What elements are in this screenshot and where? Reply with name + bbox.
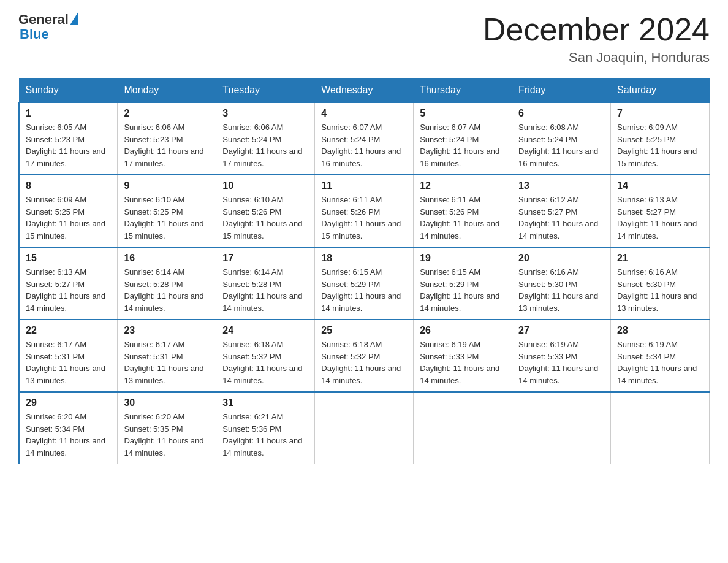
day-number: 13 [518,180,604,191]
calendar-cell: 24 Sunrise: 6:18 AM Sunset: 5:32 PM Dayl… [216,320,315,392]
calendar-cell [414,392,512,464]
calendar-body: 1 Sunrise: 6:05 AM Sunset: 5:23 PM Dayli… [19,102,710,464]
day-info: Sunrise: 6:09 AM Sunset: 5:25 PM Dayligh… [617,121,703,169]
calendar-cell: 15 Sunrise: 6:13 AM Sunset: 5:27 PM Dayl… [19,247,118,320]
calendar-cell: 3 Sunrise: 6:06 AM Sunset: 5:24 PM Dayli… [216,102,315,175]
day-info: Sunrise: 6:09 AM Sunset: 5:25 PM Dayligh… [26,194,111,242]
col-tuesday: Tuesday [216,79,315,103]
day-info: Sunrise: 6:15 AM Sunset: 5:29 PM Dayligh… [420,266,506,314]
day-number: 4 [321,108,407,119]
calendar-cell: 23 Sunrise: 6:17 AM Sunset: 5:31 PM Dayl… [118,320,216,392]
day-number: 15 [26,253,111,264]
calendar-cell: 29 Sunrise: 6:20 AM Sunset: 5:34 PM Dayl… [19,392,118,464]
page-header: General Blue December 2024 San Joaquin, … [18,12,710,66]
day-number: 9 [124,180,210,191]
day-number: 30 [124,397,210,408]
day-number: 16 [124,253,210,264]
calendar-cell [611,392,710,464]
logo-triangle-icon [70,12,78,25]
day-info: Sunrise: 6:15 AM Sunset: 5:29 PM Dayligh… [321,266,407,314]
day-info: Sunrise: 6:17 AM Sunset: 5:31 PM Dayligh… [26,339,111,386]
calendar-table: Sunday Monday Tuesday Wednesday Thursday… [18,78,710,464]
day-info: Sunrise: 6:19 AM Sunset: 5:33 PM Dayligh… [420,339,506,386]
calendar-cell: 9 Sunrise: 6:10 AM Sunset: 5:25 PM Dayli… [118,175,216,247]
day-number: 22 [26,325,111,336]
day-info: Sunrise: 6:13 AM Sunset: 5:27 PM Dayligh… [26,266,111,314]
day-number: 27 [518,325,604,336]
day-info: Sunrise: 6:07 AM Sunset: 5:24 PM Dayligh… [321,121,407,169]
day-info: Sunrise: 6:18 AM Sunset: 5:32 PM Dayligh… [321,339,407,386]
calendar-cell [315,392,414,464]
calendar-week-4: 22 Sunrise: 6:17 AM Sunset: 5:31 PM Dayl… [19,320,710,392]
day-number: 11 [321,180,407,191]
day-info: Sunrise: 6:18 AM Sunset: 5:32 PM Dayligh… [222,339,308,386]
calendar-week-5: 29 Sunrise: 6:20 AM Sunset: 5:34 PM Dayl… [19,392,710,464]
day-number: 20 [518,253,604,264]
day-info: Sunrise: 6:11 AM Sunset: 5:26 PM Dayligh… [321,194,407,242]
col-sunday: Sunday [19,79,118,103]
calendar-cell: 13 Sunrise: 6:12 AM Sunset: 5:27 PM Dayl… [512,175,611,247]
calendar-cell: 27 Sunrise: 6:19 AM Sunset: 5:33 PM Dayl… [512,320,611,392]
logo-blue-text: Blue [20,27,78,42]
col-monday: Monday [118,79,216,103]
day-number: 19 [420,253,506,264]
day-info: Sunrise: 6:06 AM Sunset: 5:24 PM Dayligh… [222,121,308,169]
day-info: Sunrise: 6:08 AM Sunset: 5:24 PM Dayligh… [518,121,604,169]
day-info: Sunrise: 6:16 AM Sunset: 5:30 PM Dayligh… [518,266,604,314]
day-info: Sunrise: 6:19 AM Sunset: 5:33 PM Dayligh… [518,339,604,386]
day-number: 7 [617,108,703,119]
col-friday: Friday [512,79,611,103]
calendar-cell: 5 Sunrise: 6:07 AM Sunset: 5:24 PM Dayli… [414,102,512,175]
day-number: 10 [222,180,308,191]
day-number: 14 [617,180,703,191]
calendar-cell: 2 Sunrise: 6:06 AM Sunset: 5:23 PM Dayli… [118,102,216,175]
day-number: 28 [617,325,703,336]
day-info: Sunrise: 6:14 AM Sunset: 5:28 PM Dayligh… [124,266,210,314]
day-number: 1 [26,108,111,119]
day-number: 31 [222,397,308,408]
day-number: 25 [321,325,407,336]
day-info: Sunrise: 6:11 AM Sunset: 5:26 PM Dayligh… [420,194,506,242]
calendar-cell: 28 Sunrise: 6:19 AM Sunset: 5:34 PM Dayl… [611,320,710,392]
calendar-cell: 25 Sunrise: 6:18 AM Sunset: 5:32 PM Dayl… [315,320,414,392]
day-info: Sunrise: 6:12 AM Sunset: 5:27 PM Dayligh… [518,194,604,242]
calendar-cell: 17 Sunrise: 6:14 AM Sunset: 5:28 PM Dayl… [216,247,315,320]
calendar-week-3: 15 Sunrise: 6:13 AM Sunset: 5:27 PM Dayl… [19,247,710,320]
calendar-cell: 1 Sunrise: 6:05 AM Sunset: 5:23 PM Dayli… [19,102,118,175]
calendar-cell: 30 Sunrise: 6:20 AM Sunset: 5:35 PM Dayl… [118,392,216,464]
day-info: Sunrise: 6:20 AM Sunset: 5:34 PM Dayligh… [26,411,111,459]
day-info: Sunrise: 6:13 AM Sunset: 5:27 PM Dayligh… [617,194,703,242]
col-saturday: Saturday [611,79,710,103]
day-number: 21 [617,253,703,264]
col-wednesday: Wednesday [315,79,414,103]
day-info: Sunrise: 6:06 AM Sunset: 5:23 PM Dayligh… [124,121,210,169]
day-info: Sunrise: 6:16 AM Sunset: 5:30 PM Dayligh… [617,266,703,314]
logo-general-text: General [18,12,69,27]
calendar-cell: 12 Sunrise: 6:11 AM Sunset: 5:26 PM Dayl… [414,175,512,247]
calendar-cell: 18 Sunrise: 6:15 AM Sunset: 5:29 PM Dayl… [315,247,414,320]
day-info: Sunrise: 6:05 AM Sunset: 5:23 PM Dayligh… [26,121,111,169]
day-info: Sunrise: 6:07 AM Sunset: 5:24 PM Dayligh… [420,121,506,169]
day-number: 26 [420,325,506,336]
title-area: December 2024 San Joaquin, Honduras [483,12,710,66]
calendar-cell: 26 Sunrise: 6:19 AM Sunset: 5:33 PM Dayl… [414,320,512,392]
calendar-cell: 8 Sunrise: 6:09 AM Sunset: 5:25 PM Dayli… [19,175,118,247]
col-thursday: Thursday [414,79,512,103]
calendar-cell: 11 Sunrise: 6:11 AM Sunset: 5:26 PM Dayl… [315,175,414,247]
calendar-cell: 7 Sunrise: 6:09 AM Sunset: 5:25 PM Dayli… [611,102,710,175]
calendar-week-2: 8 Sunrise: 6:09 AM Sunset: 5:25 PM Dayli… [19,175,710,247]
calendar-week-1: 1 Sunrise: 6:05 AM Sunset: 5:23 PM Dayli… [19,102,710,175]
logo: General Blue [18,12,78,42]
calendar-header: Sunday Monday Tuesday Wednesday Thursday… [19,79,710,103]
calendar-cell: 21 Sunrise: 6:16 AM Sunset: 5:30 PM Dayl… [611,247,710,320]
calendar-cell: 14 Sunrise: 6:13 AM Sunset: 5:27 PM Dayl… [611,175,710,247]
day-number: 5 [420,108,506,119]
day-number: 29 [26,397,111,408]
day-number: 2 [124,108,210,119]
calendar-cell: 31 Sunrise: 6:21 AM Sunset: 5:36 PM Dayl… [216,392,315,464]
calendar-cell: 19 Sunrise: 6:15 AM Sunset: 5:29 PM Dayl… [414,247,512,320]
calendar-cell: 4 Sunrise: 6:07 AM Sunset: 5:24 PM Dayli… [315,102,414,175]
day-number: 17 [222,253,308,264]
day-info: Sunrise: 6:20 AM Sunset: 5:35 PM Dayligh… [124,411,210,459]
day-info: Sunrise: 6:19 AM Sunset: 5:34 PM Dayligh… [617,339,703,386]
